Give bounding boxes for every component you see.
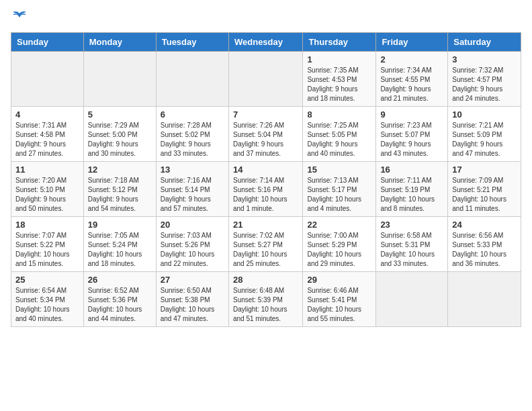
day-info: Sunrise: 7:31 AM Sunset: 4:58 PM Dayligh… [15, 121, 79, 158]
calendar-day-cell: 26Sunrise: 6:52 AM Sunset: 5:36 PM Dayli… [83, 272, 156, 327]
day-info: Sunrise: 7:09 AM Sunset: 5:21 PM Dayligh… [452, 176, 517, 214]
day-number: 19 [88, 220, 152, 230]
day-number: 21 [233, 220, 298, 230]
calendar-day-cell: 12Sunrise: 7:18 AM Sunset: 5:12 PM Dayli… [83, 162, 156, 217]
day-info: Sunrise: 7:29 AM Sunset: 5:00 PM Dayligh… [88, 121, 152, 158]
calendar-day-cell: 6Sunrise: 7:28 AM Sunset: 5:02 PM Daylig… [156, 107, 228, 162]
day-of-week-header: Thursday [303, 33, 376, 52]
day-info: Sunrise: 7:16 AM Sunset: 5:14 PM Dayligh… [161, 176, 224, 214]
day-number: 3 [452, 54, 517, 64]
day-info: Sunrise: 7:34 AM Sunset: 4:55 PM Dayligh… [380, 66, 443, 103]
day-number: 16 [380, 165, 443, 175]
calendar-week-row: 18Sunrise: 7:07 AM Sunset: 5:22 PM Dayli… [11, 217, 521, 272]
day-of-week-header: Friday [376, 33, 448, 52]
calendar-day-cell [228, 52, 302, 107]
day-number: 11 [15, 165, 79, 175]
calendar-day-cell: 28Sunrise: 6:48 AM Sunset: 5:39 PM Dayli… [228, 272, 302, 327]
day-number: 13 [161, 165, 224, 175]
day-info: Sunrise: 6:58 AM Sunset: 5:31 PM Dayligh… [380, 231, 443, 269]
day-info: Sunrise: 7:03 AM Sunset: 5:26 PM Dayligh… [161, 231, 224, 269]
calendar-day-cell: 14Sunrise: 7:14 AM Sunset: 5:16 PM Dayli… [228, 162, 302, 217]
day-info: Sunrise: 6:46 AM Sunset: 5:41 PM Dayligh… [307, 286, 371, 324]
day-number: 7 [233, 109, 298, 120]
calendar-day-cell: 18Sunrise: 7:07 AM Sunset: 5:22 PM Dayli… [11, 217, 84, 272]
day-info: Sunrise: 7:18 AM Sunset: 5:12 PM Dayligh… [88, 176, 152, 214]
day-info: Sunrise: 7:26 AM Sunset: 5:04 PM Dayligh… [233, 121, 298, 158]
calendar-week-row: 11Sunrise: 7:20 AM Sunset: 5:10 PM Dayli… [11, 162, 521, 217]
calendar-day-cell: 23Sunrise: 6:58 AM Sunset: 5:31 PM Dayli… [376, 217, 448, 272]
calendar-header: SundayMondayTuesdayWednesdayThursdayFrid… [11, 33, 521, 52]
day-number: 18 [15, 220, 79, 230]
day-info: Sunrise: 7:32 AM Sunset: 4:57 PM Dayligh… [452, 66, 517, 103]
day-number: 29 [307, 275, 371, 285]
calendar-day-cell: 19Sunrise: 7:05 AM Sunset: 5:24 PM Dayli… [83, 217, 156, 272]
day-number: 28 [233, 275, 298, 285]
day-number: 27 [161, 275, 224, 285]
day-number: 22 [307, 220, 371, 230]
day-number: 10 [452, 109, 517, 120]
calendar-day-cell: 27Sunrise: 6:50 AM Sunset: 5:38 PM Dayli… [156, 272, 228, 327]
calendar-week-row: 25Sunrise: 6:54 AM Sunset: 5:34 PM Dayli… [11, 272, 521, 327]
calendar-week-row: 1Sunrise: 7:35 AM Sunset: 4:53 PM Daylig… [11, 52, 521, 107]
day-info: Sunrise: 7:25 AM Sunset: 5:05 PM Dayligh… [307, 121, 371, 158]
calendar-body: 1Sunrise: 7:35 AM Sunset: 4:53 PM Daylig… [11, 52, 521, 327]
day-info: Sunrise: 7:21 AM Sunset: 5:09 PM Dayligh… [452, 121, 517, 158]
day-info: Sunrise: 7:13 AM Sunset: 5:17 PM Dayligh… [307, 176, 371, 214]
calendar-day-cell: 17Sunrise: 7:09 AM Sunset: 5:21 PM Dayli… [448, 162, 521, 217]
calendar-day-cell: 7Sunrise: 7:26 AM Sunset: 5:04 PM Daylig… [228, 107, 302, 162]
calendar-day-cell: 20Sunrise: 7:03 AM Sunset: 5:26 PM Dayli… [156, 217, 228, 272]
day-number: 17 [452, 165, 517, 175]
calendar-day-cell: 1Sunrise: 7:35 AM Sunset: 4:53 PM Daylig… [303, 52, 376, 107]
calendar-day-cell [376, 272, 448, 327]
day-info: Sunrise: 7:00 AM Sunset: 5:29 PM Dayligh… [307, 231, 371, 269]
day-info: Sunrise: 6:48 AM Sunset: 5:39 PM Dayligh… [233, 286, 298, 324]
day-info: Sunrise: 6:50 AM Sunset: 5:38 PM Dayligh… [161, 286, 224, 324]
day-number: 12 [88, 165, 152, 175]
calendar-day-cell: 4Sunrise: 7:31 AM Sunset: 4:58 PM Daylig… [11, 107, 84, 162]
day-number: 15 [307, 165, 371, 175]
calendar-table: SundayMondayTuesdayWednesdayThursdayFrid… [11, 32, 521, 327]
day-number: 2 [380, 54, 443, 64]
calendar-day-cell: 25Sunrise: 6:54 AM Sunset: 5:34 PM Dayli… [11, 272, 84, 327]
calendar-day-cell [83, 52, 156, 107]
day-info: Sunrise: 7:35 AM Sunset: 4:53 PM Dayligh… [307, 66, 371, 103]
calendar-day-cell: 29Sunrise: 6:46 AM Sunset: 5:41 PM Dayli… [303, 272, 376, 327]
day-info: Sunrise: 7:11 AM Sunset: 5:19 PM Dayligh… [380, 176, 443, 214]
day-of-week-header: Tuesday [156, 33, 228, 52]
day-info: Sunrise: 6:56 AM Sunset: 5:33 PM Dayligh… [452, 231, 517, 269]
calendar-week-row: 4Sunrise: 7:31 AM Sunset: 4:58 PM Daylig… [11, 107, 521, 162]
day-number: 1 [307, 54, 371, 64]
calendar-day-cell [448, 272, 521, 327]
calendar-day-cell: 11Sunrise: 7:20 AM Sunset: 5:10 PM Dayli… [11, 162, 84, 217]
day-number: 9 [380, 109, 443, 120]
day-of-week-header: Wednesday [228, 33, 302, 52]
calendar-day-cell: 15Sunrise: 7:13 AM Sunset: 5:17 PM Dayli… [303, 162, 376, 217]
day-of-week-header: Sunday [11, 33, 84, 52]
calendar-day-cell: 5Sunrise: 7:29 AM Sunset: 5:00 PM Daylig… [83, 107, 156, 162]
day-info: Sunrise: 7:05 AM Sunset: 5:24 PM Dayligh… [88, 231, 152, 269]
day-of-week-header: Monday [83, 33, 156, 52]
calendar-day-cell: 22Sunrise: 7:00 AM Sunset: 5:29 PM Dayli… [303, 217, 376, 272]
day-info: Sunrise: 7:07 AM Sunset: 5:22 PM Dayligh… [15, 231, 79, 269]
calendar-day-cell: 24Sunrise: 6:56 AM Sunset: 5:33 PM Dayli… [448, 217, 521, 272]
calendar-day-cell: 16Sunrise: 7:11 AM Sunset: 5:19 PM Dayli… [376, 162, 448, 217]
day-info: Sunrise: 6:52 AM Sunset: 5:36 PM Dayligh… [88, 286, 152, 324]
day-number: 26 [88, 275, 152, 285]
logo-bird-icon [12, 11, 27, 26]
day-number: 20 [161, 220, 224, 230]
day-number: 4 [15, 109, 79, 120]
calendar-day-cell [11, 52, 84, 107]
calendar-day-cell: 2Sunrise: 7:34 AM Sunset: 4:55 PM Daylig… [376, 52, 448, 107]
calendar-day-cell: 21Sunrise: 7:02 AM Sunset: 5:27 PM Dayli… [228, 217, 302, 272]
day-info: Sunrise: 7:28 AM Sunset: 5:02 PM Dayligh… [161, 121, 224, 158]
logo [11, 11, 27, 26]
day-number: 6 [161, 109, 224, 120]
day-number: 5 [88, 109, 152, 120]
calendar-day-cell: 9Sunrise: 7:23 AM Sunset: 5:07 PM Daylig… [376, 107, 448, 162]
header [11, 11, 521, 26]
day-info: Sunrise: 7:02 AM Sunset: 5:27 PM Dayligh… [233, 231, 298, 269]
day-info: Sunrise: 7:14 AM Sunset: 5:16 PM Dayligh… [233, 176, 298, 214]
day-number: 14 [233, 165, 298, 175]
day-number: 8 [307, 109, 371, 120]
calendar-day-cell: 3Sunrise: 7:32 AM Sunset: 4:57 PM Daylig… [448, 52, 521, 107]
